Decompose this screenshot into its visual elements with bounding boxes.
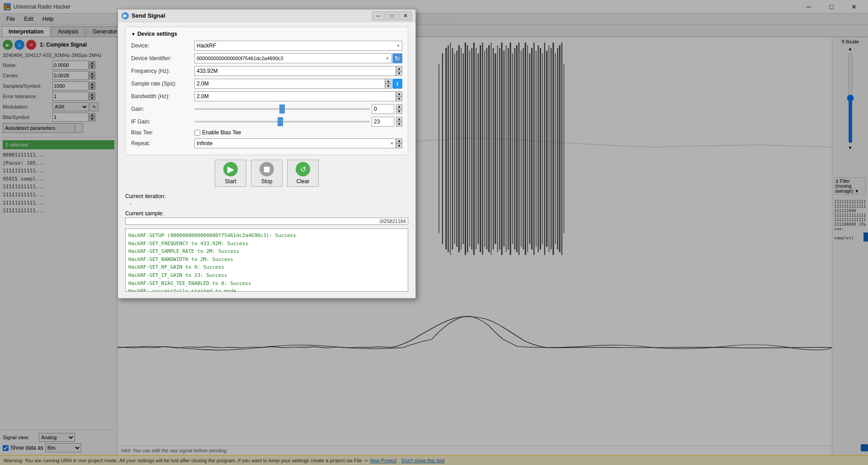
if-gain-up[interactable]: ▲: [396, 117, 402, 122]
log-line-3: HackRF-SET_BANDWIDTH to 2M: Success: [128, 256, 405, 264]
send-signal-modal: ▶ Send Signal ─ □ ✕ ▼ Device settings De…: [118, 9, 416, 299]
modal-close-button[interactable]: ✕: [399, 11, 412, 20]
if-gain-label: IF Gain:: [131, 119, 194, 125]
if-gain-value-input[interactable]: [372, 117, 394, 127]
sample-rate-info-button[interactable]: ℹ: [392, 79, 402, 89]
repeat-label: Repeat:: [131, 140, 194, 147]
device-id-row: Device Identifier: 0000000000000000f7546…: [131, 53, 402, 63]
sample-rate-arrows: ▲ ▼: [385, 79, 392, 89]
frequency-label: Frequency (Hz):: [131, 68, 194, 74]
frequency-arrows: ▲ ▼: [396, 66, 402, 76]
log-line-6: HackRF-SET_BIAS_TEE_ENABLED to 0: Succes…: [128, 280, 405, 288]
repeat-value: Infinite: [197, 140, 212, 147]
bias-tee-label: Bias Tee:: [131, 129, 194, 136]
modal-title-bar: ▶ Send Signal ─ □ ✕: [118, 9, 415, 22]
log-area: HackRF-SETUP (0000000000000000f75461dc2a…: [125, 228, 408, 292]
device-id-combo[interactable]: 0000000000000000f75461dc2a4690c3 ▼: [194, 53, 392, 63]
gain-row: Gain: ▲ ▼: [131, 104, 402, 114]
sample-rate-label: Sample rate (Sps):: [131, 81, 194, 87]
iteration-section: Current iteration: -: [125, 193, 408, 207]
repeat-row: Repeat: Infinite ▼ ▲ ▼: [131, 138, 402, 148]
start-icon: ▶: [223, 162, 238, 176]
gain-slider-container: ▲ ▼: [194, 104, 402, 114]
device-id-label: Device Identifier:: [131, 55, 194, 62]
device-field-label: Device:: [131, 43, 194, 49]
repeat-combo-arrow: ▼: [390, 142, 394, 146]
if-gain-row: IF Gain: ▲ ▼: [131, 117, 402, 127]
gain-slider[interactable]: [194, 108, 370, 110]
freq-up[interactable]: ▲: [396, 66, 402, 71]
bw-up[interactable]: ▲: [396, 91, 402, 96]
frequency-row: Frequency (Hz): ▲ ▼: [131, 66, 402, 76]
clear-button[interactable]: ↺ Clear: [287, 160, 319, 187]
bandwidth-arrows: ▲ ▼: [396, 91, 402, 101]
sample-label: Current sample:: [125, 210, 408, 217]
bandwidth-label: Bandwidth (Hz):: [131, 93, 194, 100]
modal-minimize-button[interactable]: ─: [372, 11, 385, 20]
modal-title-icon: ▶: [122, 12, 129, 19]
section-header: ▼ Device settings: [131, 31, 402, 37]
log-line-5: HackRF-SET_IF_GAIN to 23: Success: [128, 271, 405, 280]
sample-progress-bar: 0/25821184: [125, 218, 408, 225]
device-combo-arrow: ▼: [396, 44, 400, 48]
device-row: Device: HackRF ▼: [131, 41, 402, 51]
if-gain-down[interactable]: ▼: [396, 122, 402, 127]
collapse-arrow[interactable]: ▼: [131, 32, 136, 37]
repeat-arrows: ▲ ▼: [396, 138, 402, 148]
modal-controls: ─ □ ✕: [372, 11, 412, 20]
device-id-arrow: ▼: [386, 57, 389, 61]
sample-progress-text: 0/25821184: [380, 218, 406, 224]
bw-down[interactable]: ▼: [396, 96, 402, 101]
gain-down[interactable]: ▼: [396, 109, 402, 114]
gain-label: Gain:: [131, 106, 194, 112]
bias-tee-row: Bias Tee: Enable Bias Tee: [131, 129, 402, 136]
bandwidth-input[interactable]: [194, 91, 396, 101]
device-section: ▼ Device settings Device: HackRF ▼ Devic…: [125, 27, 408, 155]
repeat-combo[interactable]: Infinite ▼: [194, 138, 396, 148]
sample-rate-row: Sample rate (Sps): ▲ ▼ ℹ: [131, 79, 402, 89]
log-line-2: HackRF-SET_SAMPLE_RATE to 2M: Success: [128, 247, 405, 256]
stop-button[interactable]: ⏹ Stop: [251, 160, 283, 187]
log-line-4: HackRF-SET_RF_GAIN to 0: Success: [128, 263, 405, 271]
modal-overlay: ▶ Send Signal ─ □ ✕ ▼ Device settings De…: [0, 0, 868, 465]
section-title: Device settings: [137, 31, 177, 37]
sr-down[interactable]: ▼: [385, 84, 392, 89]
start-button[interactable]: ▶ Start: [215, 160, 246, 187]
bandwidth-row: Bandwidth (Hz): ▲ ▼: [131, 91, 402, 101]
start-label: Start: [225, 178, 236, 185]
action-buttons: ▶ Start ⏹ Stop ↺ Clear: [125, 160, 408, 187]
device-combo[interactable]: HackRF ▼: [194, 41, 402, 51]
bias-tee-checkbox[interactable]: [194, 130, 200, 136]
bias-tee-checkbox-label: Enable Bias Tee: [194, 129, 241, 136]
if-gain-slider-container: ▲ ▼: [194, 117, 402, 127]
stop-label: Stop: [261, 178, 273, 185]
repeat-up[interactable]: ▲: [396, 138, 402, 143]
device-value: HackRF: [197, 43, 216, 49]
gain-arrows: ▲ ▼: [396, 104, 402, 114]
sample-rate-input[interactable]: [194, 79, 385, 89]
freq-down[interactable]: ▼: [396, 71, 402, 76]
if-gain-slider[interactable]: [194, 121, 370, 123]
repeat-down[interactable]: ▼: [396, 143, 402, 148]
gain-up[interactable]: ▲: [396, 104, 402, 109]
log-line-7: HackRF: successfully started tx mode: [128, 287, 405, 292]
modal-title: Send Signal: [132, 12, 165, 19]
iteration-label: Current iteration:: [125, 193, 408, 199]
clear-icon: ↺: [296, 162, 310, 176]
sr-up[interactable]: ▲: [385, 79, 392, 84]
gain-value-input[interactable]: [372, 104, 394, 114]
bias-tee-text: Enable Bias Tee: [202, 129, 241, 136]
device-id-value: 0000000000000000f75461dc2a4690c3: [197, 56, 283, 61]
sample-section: Current sample: 0/25821184: [125, 210, 408, 225]
clear-label: Clear: [297, 178, 310, 185]
refresh-button[interactable]: ↻: [392, 53, 402, 63]
if-gain-arrows: ▲ ▼: [396, 117, 402, 127]
modal-maximize-button[interactable]: □: [386, 11, 398, 20]
log-line-0: HackRF-SETUP (0000000000000000f75461dc2a…: [128, 232, 405, 240]
modal-body: ▼ Device settings Device: HackRF ▼ Devic…: [118, 22, 415, 298]
iteration-value: -: [130, 200, 408, 207]
stop-icon: ⏹: [259, 162, 274, 176]
sample-progress-container: 0/25821184: [125, 218, 408, 225]
frequency-input[interactable]: [194, 66, 396, 76]
log-line-1: HackRF-SET_FREQUENCY to 433.92M: Success: [128, 240, 405, 248]
